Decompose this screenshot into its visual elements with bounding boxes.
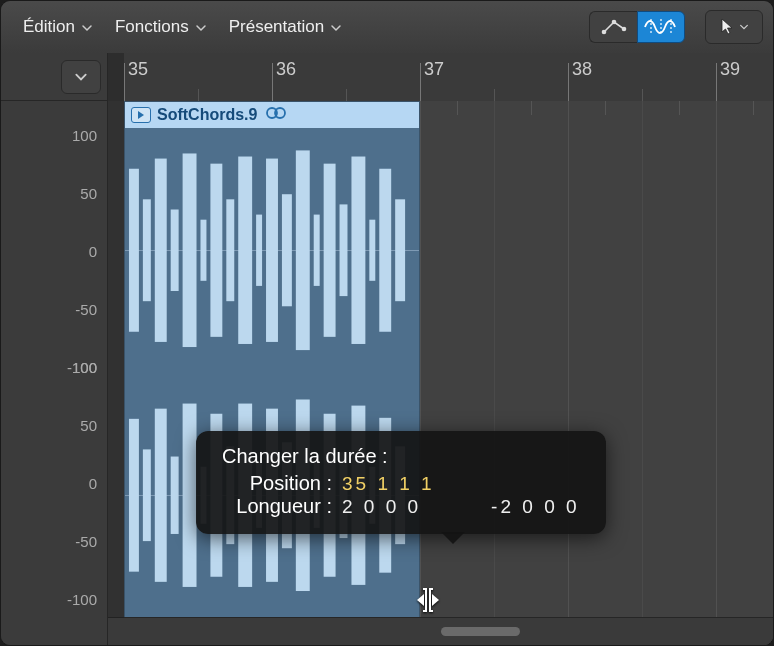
bar-marker: 35: [124, 53, 148, 101]
length-tooltip: Changer la durée : Position : 35 1 1 1 L…: [196, 431, 606, 534]
tooltip-title: Changer la durée :: [222, 445, 580, 468]
svg-rect-22: [369, 220, 375, 281]
svg-rect-10: [200, 220, 206, 281]
region-name: SoftChords.9: [157, 106, 257, 124]
chevron-down-icon: [330, 22, 340, 32]
chevron-down-icon: [74, 70, 88, 84]
menu-functions[interactable]: Fonctions: [103, 11, 217, 43]
svg-rect-13: [238, 157, 252, 344]
svg-rect-25: [129, 418, 139, 571]
svg-rect-26: [143, 449, 151, 541]
pointer-tool-button[interactable]: [705, 10, 763, 44]
svg-rect-9: [183, 153, 197, 347]
chevron-down-icon: [195, 22, 205, 32]
bar-marker: 37: [420, 53, 444, 101]
svg-rect-27: [155, 408, 167, 581]
svg-rect-23: [379, 169, 391, 332]
svg-rect-19: [324, 164, 336, 337]
bar-marker: 38: [568, 53, 592, 101]
chevron-down-icon: [739, 22, 749, 32]
timeline-area[interactable]: 35 36 37 38 39: [108, 53, 773, 645]
audio-region[interactable]: SoftChords.9: [124, 101, 420, 618]
menu-label: Présentation: [229, 17, 324, 37]
region-header[interactable]: SoftChords.9: [125, 102, 419, 128]
svg-rect-21: [351, 157, 365, 344]
horizontal-scrollbar[interactable]: [108, 617, 773, 645]
stereo-icon: [265, 106, 287, 124]
svg-rect-14: [256, 215, 262, 286]
menu-edition[interactable]: Édition: [11, 11, 103, 43]
amp-tick: 100: [72, 359, 97, 376]
tooltip-length-value: 2 0 0 0: [342, 496, 421, 518]
svg-rect-46: [429, 589, 431, 611]
pointer-icon: [719, 18, 735, 36]
svg-rect-5: [129, 169, 139, 332]
amp-tick: 50: [80, 185, 97, 202]
svg-rect-28: [171, 456, 179, 533]
svg-rect-7: [155, 159, 167, 342]
tooltip-position-label: Position :: [222, 472, 332, 495]
svg-rect-16: [282, 194, 292, 306]
play-icon: [131, 107, 151, 123]
svg-rect-8: [171, 210, 179, 292]
amp-tick: -100: [67, 591, 97, 608]
svg-rect-20: [340, 204, 348, 296]
waveform-display: [125, 128, 419, 617]
menu-label: Édition: [23, 17, 75, 37]
amp-tick: 100: [72, 127, 97, 144]
amplitude-scale: 100 50 0 -50 -100 100 50 0 -50 -100: [1, 101, 107, 645]
svg-rect-45: [425, 589, 427, 611]
svg-rect-17: [296, 150, 310, 350]
automation-view-button[interactable]: [589, 11, 637, 43]
amp-tick: 0: [89, 243, 97, 260]
view-mode-group: [589, 11, 685, 43]
svg-rect-12: [226, 199, 234, 301]
amp-tick: 0: [89, 475, 97, 492]
scrollbar-thumb[interactable]: [441, 627, 521, 636]
toolbar: Édition Fonctions Présentation: [1, 1, 773, 54]
svg-rect-18: [314, 215, 320, 286]
amp-tick: -50: [75, 301, 97, 318]
amp-tick: 50: [80, 417, 97, 434]
catch-menu-button[interactable]: [61, 60, 101, 94]
tooltip-length-delta: -2 0 0 0: [491, 496, 579, 518]
tooltip-position-value: 35 1 1 1: [342, 473, 435, 495]
bar-marker: 39: [716, 53, 740, 101]
audio-editor-window: { "toolbar": { "menus": [ {"label": "Édi…: [0, 0, 774, 646]
menu-presentation[interactable]: Présentation: [217, 11, 352, 43]
sidebar: 100 50 0 -50 -100 100 50 0 -50 -100: [1, 53, 108, 645]
chevron-down-icon: [81, 22, 91, 32]
menu-label: Fonctions: [115, 17, 189, 37]
bar-marker: 36: [272, 53, 296, 101]
svg-rect-24: [395, 199, 405, 301]
svg-rect-29: [183, 403, 197, 586]
tooltip-length-label: Longueur :: [222, 495, 332, 518]
bar-ruler[interactable]: 35 36 37 38 39: [108, 53, 773, 102]
flex-view-button[interactable]: [637, 11, 685, 43]
amp-tick: -50: [75, 533, 97, 550]
svg-rect-15: [266, 159, 278, 342]
svg-rect-11: [210, 164, 222, 337]
svg-rect-6: [143, 199, 151, 301]
